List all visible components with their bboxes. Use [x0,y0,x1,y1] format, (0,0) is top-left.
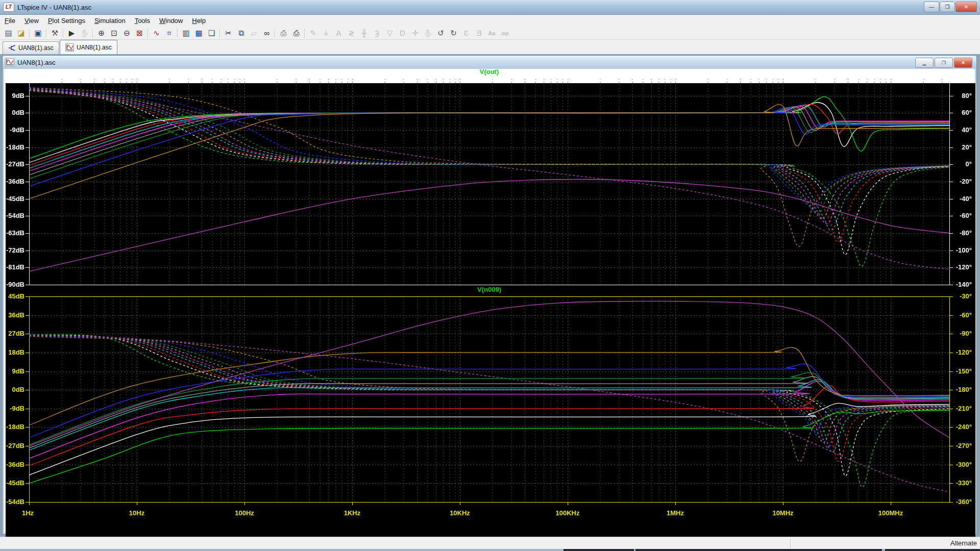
status-separator [790,539,791,548]
taskbar-edge-segment [882,549,885,551]
taskbar-edge [0,549,980,551]
status-bar: Alternate [0,537,980,549]
ltspice-application: LT LTspice IV - UAN8(1).asc —❐✕ FileView… [0,0,980,551]
taskbar-edge-segment [634,549,635,551]
status-mode-text: Alternate [950,539,977,547]
taskbar-edge-segment [0,549,564,551]
waveform-canvas[interactable] [0,0,980,551]
